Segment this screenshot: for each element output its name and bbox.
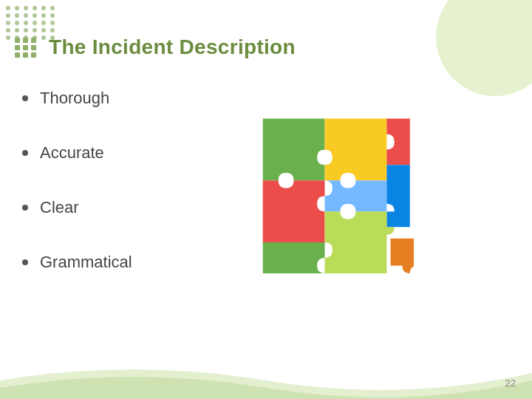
bullet-item-accurate: Accurate [22,143,132,163]
bullet-label-thorough: Thorough [40,89,109,108]
title-bar: The Incident Description [15,35,517,59]
bullet-list: Thorough Accurate Clear Grammatical [22,89,132,307]
title-area: The Incident Description [15,35,517,59]
puzzle-illustration [251,111,414,273]
bullet-dot [22,259,28,265]
page-title: The Incident Description [49,35,296,59]
bullet-dot [22,95,28,101]
bullet-item-thorough: Thorough [22,89,132,108]
puzzle-svg [251,111,414,273]
page-number: 22 [505,378,516,389]
bottom-wave-decoration [0,358,532,399]
bullet-label-grammatical: Grammatical [40,253,132,272]
title-icon [15,38,37,58]
bullet-item-clear: Clear [22,198,132,217]
bullet-dot [22,150,28,156]
bullet-item-grammatical: Grammatical [22,253,132,272]
bullet-label-clear: Clear [40,198,79,217]
bullet-label-accurate: Accurate [40,143,104,163]
bullet-dot [22,205,28,211]
